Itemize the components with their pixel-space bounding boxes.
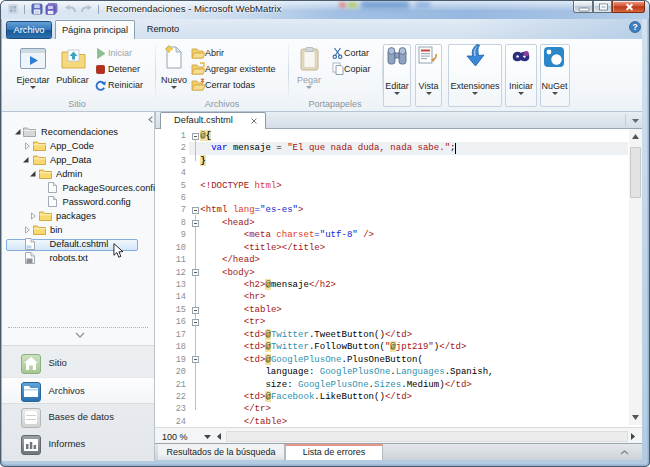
svg-text:?: ?	[632, 22, 637, 32]
